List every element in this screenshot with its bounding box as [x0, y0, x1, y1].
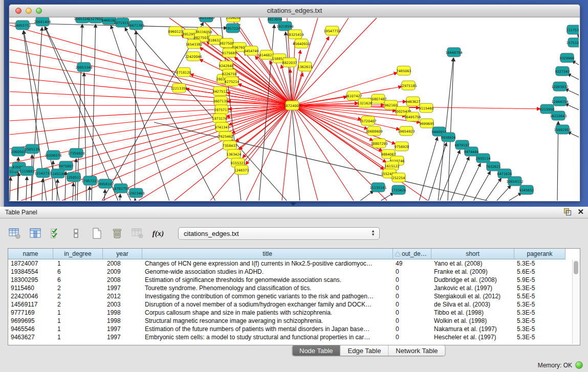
table-cell[interactable]: 9465546 [8, 325, 53, 333]
table-cell[interactable]: 49 [393, 259, 431, 268]
black-citation-edge[interactable] [565, 103, 579, 112]
table-cell[interactable]: 5.6E-5 [514, 268, 565, 276]
graph-node[interactable]: 1145194 [51, 169, 66, 178]
red-citation-edge[interactable] [246, 105, 292, 165]
graph-node[interactable]: 12142737 [34, 168, 51, 178]
table-cell[interactable]: 5.3E-5 [514, 325, 565, 333]
black-citation-edge[interactable] [380, 193, 394, 201]
table-cell[interactable]: de Silva et al. (2003) [431, 300, 514, 309]
graph-node[interactable]: 1527602 [89, 17, 103, 23]
column-header-pagerank[interactable]: pagerank [514, 249, 565, 259]
graph-node[interactable]: 7358437 [223, 141, 237, 150]
black-citation-edge[interactable] [89, 186, 90, 201]
table-cell[interactable]: 5.3E-5 [514, 317, 565, 325]
graph-node[interactable]: 9463627 [406, 97, 421, 106]
table-selector-dropdown[interactable]: citations_edges.txt ▲▼ [178, 227, 380, 240]
graph-node[interactable]: 16543382 [185, 39, 202, 49]
table-cell[interactable]: Franke et al. (2009) [431, 268, 514, 276]
black-citation-edge[interactable] [42, 179, 43, 201]
table-cell[interactable]: Estimation of the future numbers of pati… [142, 325, 393, 333]
table-cell[interactable]: Hescheler et al. (1997) [431, 333, 514, 341]
graph-node[interactable]: 19218596 [276, 21, 293, 31]
network-window-titlebar[interactable]: citations_edges.txt [9, 5, 580, 17]
graph-node[interactable]: 3607139 [213, 96, 228, 105]
red-edge-ray[interactable] [103, 105, 292, 201]
delete-columns-icon[interactable] [110, 226, 125, 241]
graph-node[interactable]: 15751074 [566, 38, 579, 47]
graph-node[interactable]: 1115682 [20, 166, 35, 176]
graph-node[interactable]: 15640910 [293, 39, 310, 48]
graph-node[interactable]: 16210643 [550, 111, 567, 120]
graph-node[interactable]: 16033809 [198, 17, 214, 22]
column-header-title[interactable]: title [142, 249, 393, 259]
table-cell[interactable]: 9115460 [8, 284, 53, 292]
tab-node-table[interactable]: Node Table [292, 345, 341, 356]
red-citation-edge[interactable] [232, 105, 292, 134]
black-citation-edge[interactable] [508, 193, 522, 201]
graph-node[interactable]: 12975185 [400, 81, 417, 90]
graph-node[interactable]: 2718120 [177, 68, 191, 77]
graph-node[interactable]: 20691406 [34, 17, 51, 26]
table-cell[interactable]: 1998 [103, 317, 142, 325]
red-edge-ray[interactable] [10, 77, 292, 105]
black-citation-edge[interactable] [360, 191, 374, 201]
table-cell[interactable]: 14569117 [8, 300, 53, 309]
table-cell[interactable]: 9777169 [8, 309, 53, 317]
black-citation-edge[interactable] [473, 171, 491, 201]
table-cell[interactable]: 0 [393, 276, 431, 284]
graph-node[interactable]: 18724007 [284, 101, 300, 110]
graph-node[interactable]: 12444154 [551, 97, 568, 106]
graph-node[interactable]: 9741347 [215, 122, 230, 132]
table-cell[interactable]: Tibbo et al. (1998) [431, 309, 514, 317]
graph-node[interactable]: 9115460 [419, 103, 434, 113]
graph-node[interactable]: 19654923 [398, 126, 415, 136]
graph-node[interactable]: 1246373 [234, 165, 249, 174]
graph-node[interactable]: 7857224 [226, 24, 241, 33]
table-cell[interactable]: 2009 [103, 268, 142, 276]
graph-node[interactable]: 16648784 [445, 48, 462, 57]
table-cell[interactable]: 1997 [103, 284, 142, 292]
table-mode-icon[interactable] [7, 226, 23, 241]
column-header-name[interactable]: name [8, 249, 53, 259]
table-cell[interactable]: 5.9E-5 [514, 276, 565, 284]
graph-node[interactable]: 20053346 [75, 62, 92, 72]
graph-node[interactable]: 16782759 [112, 184, 129, 193]
table-cell[interactable]: 0 [393, 300, 431, 309]
graph-node[interactable]: 8427512 [213, 86, 228, 96]
float-window-icon[interactable] [564, 208, 571, 215]
graph-node[interactable]: 12093832 [551, 82, 568, 91]
black-citation-edge[interactable] [135, 199, 136, 201]
black-citation-edge[interactable] [102, 23, 204, 201]
graph-node[interactable]: 16495756 [404, 112, 421, 121]
graph-node[interactable]: 10688609 [365, 126, 382, 136]
table-cell[interactable]: 1 [53, 259, 103, 268]
graph-node[interactable]: 12923468 [127, 188, 144, 198]
table-cell[interactable]: 0 [393, 268, 431, 276]
table-cell[interactable]: Yano et al. (2008) [431, 259, 514, 268]
table-cell[interactable]: 0 [393, 333, 431, 341]
graph-node[interactable]: 18325419 [287, 30, 303, 39]
table-cell[interactable]: 5.5E-5 [514, 292, 565, 300]
table-cell[interactable]: Investigating the contribution of common… [142, 292, 393, 300]
graph-node[interactable]: 9227343 [555, 67, 570, 76]
table-cell[interactable]: 5.3E-5 [514, 284, 565, 292]
table-cell[interactable]: 1997 [103, 333, 142, 341]
graph-node[interactable]: 9245652 [519, 185, 534, 194]
table-cell[interactable]: 5.3E-5 [514, 333, 565, 341]
black-citation-edge[interactable] [568, 74, 579, 82]
close-panel-icon[interactable]: ✕ [577, 208, 584, 215]
table-cell[interactable]: 19384554 [8, 268, 53, 276]
graph-node[interactable]: 9756928 [395, 142, 409, 151]
graph-node[interactable]: 22420046 [185, 52, 202, 61]
table-scrollbar-thumb[interactable] [574, 261, 578, 274]
table-cell[interactable]: 2012 [103, 292, 142, 300]
graph-node[interactable]: 10654112 [506, 177, 523, 186]
graph-node[interactable]: 15692951 [554, 125, 571, 134]
red-edge-ray[interactable] [10, 92, 292, 105]
table-cell[interactable]: 2 [53, 300, 103, 309]
black-citation-edge[interactable] [73, 183, 74, 201]
column-header-short[interactable]: short [431, 249, 514, 259]
show-columns-icon[interactable] [28, 226, 43, 241]
select-rows-icon[interactable] [48, 226, 63, 241]
graph-node[interactable]: 9242848 [219, 61, 234, 70]
